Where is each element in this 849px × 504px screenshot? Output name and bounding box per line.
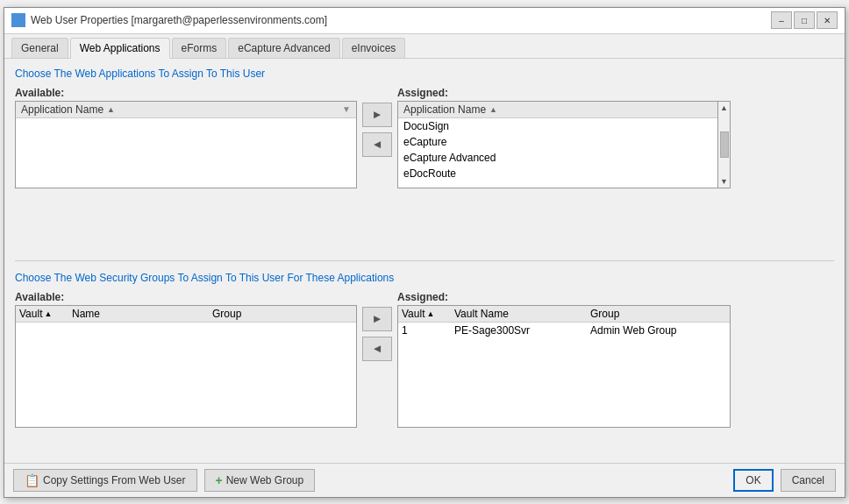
- assigned-apps-listbox-container: Application Name ▲ DocuSign eCapture eCa…: [397, 101, 731, 188]
- tab-eforms[interactable]: eForms: [172, 38, 227, 58]
- new-web-group-button[interactable]: + New Web Group: [204, 469, 316, 492]
- available-apps-header: Application Name ▲ ▼: [16, 102, 356, 118]
- maximize-button[interactable]: □: [794, 11, 815, 29]
- footer-right-buttons: OK Cancel: [733, 469, 836, 492]
- cancel-button[interactable]: Cancel: [781, 469, 836, 492]
- assign-group-button[interactable]: ►: [362, 307, 392, 331]
- minimize-button[interactable]: –: [771, 11, 792, 29]
- available-apps-label: Available:: [15, 87, 357, 99]
- unassign-app-button[interactable]: ◄: [362, 132, 392, 157]
- assigned-group-header: Group: [590, 308, 726, 320]
- list-item[interactable]: 1 PE-Sage300Svr Admin Web Group: [398, 323, 730, 338]
- section-separator: [15, 260, 834, 261]
- scroll-up-icon: ▲: [720, 103, 728, 112]
- list-item[interactable]: eCapture Advanced: [398, 150, 717, 166]
- section2-title: Choose The Web Security Groups To Assign…: [15, 272, 834, 284]
- web-applications-section: Choose The Web Applications To Assign To…: [15, 67, 834, 250]
- groups-arrow-buttons: ► ◄: [362, 291, 392, 361]
- tab-bar: General Web Applications eForms eCapture…: [4, 34, 845, 59]
- assigned-groups-body: 1 PE-Sage300Svr Admin Web Group: [398, 323, 730, 393]
- row-vault-name: PE-Sage300Svr: [454, 324, 590, 337]
- section1-body: Available: Application Name ▲ ▼ ► ◄: [15, 87, 834, 250]
- assign-app-button[interactable]: ►: [362, 103, 392, 127]
- assigned-apps-body: DocuSign eCapture eCapture Advanced eDoc…: [398, 118, 717, 188]
- plus-icon: +: [216, 473, 223, 487]
- title-bar: Web User Properties [margareth@paperless…: [4, 8, 845, 34]
- app-icon: [11, 13, 25, 27]
- tab-web-applications[interactable]: Web Applications: [70, 38, 170, 59]
- avail-name-header: Name: [72, 308, 212, 320]
- assigned-groups-listbox[interactable]: Vault ▲ Vault Name Group: [397, 305, 731, 428]
- available-groups-header: Vault ▲ Name Group: [16, 306, 356, 323]
- assigned-groups-header: Vault ▲ Vault Name Group: [398, 306, 730, 323]
- list-item[interactable]: DocuSign: [398, 118, 717, 134]
- list-item[interactable]: eDocRoute: [398, 166, 717, 181]
- vault-sort-icon: ▲: [44, 309, 52, 318]
- avail-vault-header: Vault ▲: [19, 308, 72, 320]
- window-title: Web User Properties [margareth@paperless…: [31, 14, 327, 26]
- tab-general[interactable]: General: [11, 38, 68, 58]
- scroll-down-icon: ▼: [720, 177, 728, 186]
- available-apps-panel: Available: Application Name ▲ ▼: [15, 87, 357, 188]
- available-groups-label: Available:: [15, 291, 357, 303]
- security-groups-section: Choose The Web Security Groups To Assign…: [15, 272, 834, 454]
- sort-arrow-assigned-icon: ▲: [489, 105, 497, 114]
- assigned-apps-header: Application Name ▲: [398, 102, 717, 118]
- main-window: Web User Properties [margareth@paperless…: [4, 7, 845, 498]
- available-groups-listbox[interactable]: Vault ▲ Name Group: [15, 305, 357, 428]
- tab-einvoices[interactable]: eInvoices: [342, 38, 406, 58]
- scroll-indicator: ▼: [342, 104, 351, 114]
- available-apps-listbox[interactable]: Application Name ▲ ▼: [15, 101, 357, 188]
- assigned-vault-sort-icon: ▲: [426, 309, 434, 318]
- row-group: Admin Web Group: [590, 324, 726, 337]
- assigned-apps-label: Assigned:: [397, 87, 731, 99]
- avail-group-header: Group: [212, 308, 353, 320]
- footer-left-buttons: 📋 Copy Settings From Web User + New Web …: [13, 469, 315, 492]
- assigned-vault-name-header: Vault Name: [454, 308, 590, 320]
- copy-icon: 📋: [25, 473, 39, 487]
- available-groups-panel: Available: Vault ▲ Name Group: [15, 291, 357, 428]
- close-button[interactable]: ✕: [817, 11, 838, 29]
- sort-arrow-icon: ▲: [107, 105, 115, 114]
- list-item[interactable]: eCapture: [398, 134, 717, 150]
- available-apps-body: [16, 118, 356, 188]
- row-vault: 1: [402, 324, 454, 337]
- section1-title: Choose The Web Applications To Assign To…: [15, 67, 834, 80]
- assigned-groups-panel: Assigned: Vault ▲ Vault Name Group: [397, 291, 731, 428]
- scroll-thumb: [720, 131, 729, 158]
- tab-content: Choose The Web Applications To Assign To…: [4, 59, 845, 463]
- section2-body: Available: Vault ▲ Name Group: [15, 291, 834, 454]
- ok-button[interactable]: OK: [733, 469, 773, 492]
- assigned-apps-panel: Assigned: Application Name ▲ DocuSign eC…: [397, 87, 731, 188]
- unassign-group-button[interactable]: ◄: [362, 337, 392, 361]
- assigned-vault-header: Vault ▲: [402, 308, 454, 320]
- apps-arrow-buttons: ► ◄: [362, 87, 392, 157]
- assigned-groups-label: Assigned:: [397, 291, 731, 303]
- assigned-apps-listbox[interactable]: Application Name ▲ DocuSign eCapture eCa…: [397, 101, 718, 188]
- footer: 📋 Copy Settings From Web User + New Web …: [4, 463, 845, 497]
- assigned-apps-scrollbar[interactable]: ▲ ▼: [718, 101, 731, 188]
- available-groups-body: [16, 323, 356, 393]
- copy-settings-button[interactable]: 📋 Copy Settings From Web User: [13, 469, 197, 492]
- tab-ecapture-advanced[interactable]: eCapture Advanced: [228, 38, 339, 58]
